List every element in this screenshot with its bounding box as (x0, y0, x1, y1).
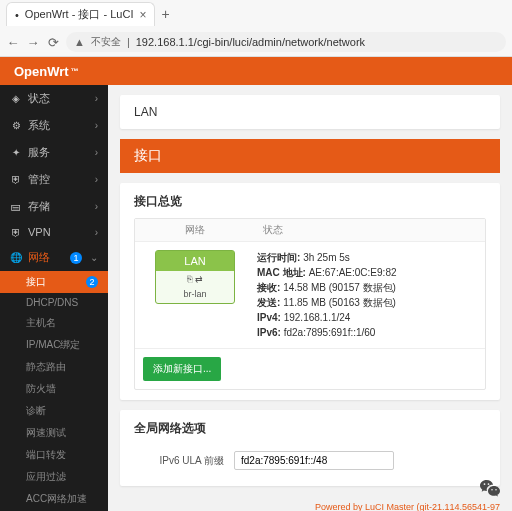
brand-name: OpenWrt (14, 64, 69, 79)
sidebar-sub-hostnames[interactable]: 主机名 (0, 312, 108, 334)
global-options-card: 全局网络选项 IPv6 ULA 前缀 (120, 410, 500, 486)
iface-name: LAN (156, 251, 233, 271)
sidebar-sub-dhcp[interactable]: DHCP/DNS (0, 293, 108, 312)
link-icon: ⇄ (195, 274, 203, 284)
sidebar-sub-acc[interactable]: ACC网络加速 (0, 488, 108, 510)
sidebar-sub-speed[interactable]: 网速测试 (0, 422, 108, 444)
interface-overview-card: 接口总览 网络 状态 LAN ⎘⇄ br-lan 运行时间: 3h (120, 183, 500, 400)
iface-bridge: br-lan (156, 287, 233, 303)
sidebar-label: 管控 (28, 172, 50, 187)
footer-credit: Powered by LuCI Master (git-21.114.56541… (120, 496, 500, 511)
disk-icon: 🖴 (10, 201, 22, 212)
sidebar-label: VPN (28, 226, 51, 238)
sidebar-item-status[interactable]: ◈状态› (0, 85, 108, 112)
sidebar: ◈状态› ⚙系统› ✦服务› ⛨管控› 🖴存储› ⛨VPN› 🌐网络⌄1 接口2… (0, 85, 108, 511)
chevron-right-icon: › (95, 201, 98, 212)
ipv4-value: 192.168.1.1/24 (284, 312, 351, 323)
mac-value: AE:67:AE:0C:E9:82 (309, 267, 397, 278)
sidebar-label: 状态 (28, 91, 50, 106)
sidebar-sub-appfilter[interactable]: 应用过滤 (0, 466, 108, 488)
insecure-icon: ▲ (74, 36, 85, 48)
chevron-right-icon: › (95, 93, 98, 104)
chevron-right-icon: › (95, 147, 98, 158)
reload-icon[interactable]: ⟳ (46, 35, 60, 50)
uptime-value: 3h 25m 5s (303, 252, 350, 263)
sidebar-item-control[interactable]: ⛨管控› (0, 166, 108, 193)
back-icon[interactable]: ← (6, 35, 20, 50)
tx-value: 11.85 MB (50163 数据包) (283, 297, 396, 308)
sidebar-item-services[interactable]: ✦服务› (0, 139, 108, 166)
sub-label: 接口 (26, 276, 46, 287)
sidebar-sub-portfwd[interactable]: 端口转发 (0, 444, 108, 466)
rx-label: 接收: (257, 282, 280, 293)
control-icon: ⛨ (10, 174, 22, 185)
global-title: 全局网络选项 (134, 420, 486, 437)
iface-chip-lan[interactable]: LAN ⎘⇄ br-lan (155, 250, 234, 304)
close-tab-icon[interactable]: × (139, 8, 146, 22)
forward-icon[interactable]: → (26, 35, 40, 50)
wechat-icon (478, 477, 502, 501)
bridge-icon: ⎘ (187, 274, 192, 284)
chevron-right-icon: › (95, 120, 98, 131)
sidebar-sub-diag[interactable]: 诊断 (0, 400, 108, 422)
add-interface-button[interactable]: 添加新接口... (143, 357, 221, 381)
globe-icon: 🌐 (10, 252, 22, 263)
shield-icon: ⛨ (10, 227, 22, 238)
iface-info: 运行时间: 3h 25m 5s MAC 地址: AE:67:AE:0C:E9:8… (247, 250, 477, 340)
annotation-badge-2: 2 (86, 276, 98, 288)
sidebar-item-storage[interactable]: 🖴存储› (0, 193, 108, 220)
sidebar-sub-ipmac[interactable]: IP/MAC绑定 (0, 334, 108, 356)
new-tab-button[interactable]: + (161, 6, 169, 22)
content-area: LAN 接口 接口总览 网络 状态 LAN ⎘⇄ br-lan (108, 85, 512, 511)
breadcrumb: LAN (120, 95, 500, 129)
insecure-label: 不安全 (91, 35, 121, 49)
gear-icon: ⚙ (10, 120, 22, 131)
sidebar-label: 存储 (28, 199, 50, 214)
sidebar-item-system[interactable]: ⚙系统› (0, 112, 108, 139)
status-icon: ◈ (10, 93, 22, 104)
ipv6-value: fd2a:7895:691f::1/60 (284, 327, 376, 338)
tab-title: OpenWrt - 接口 - LuCI (25, 7, 134, 22)
iface-chip-wrap: LAN ⎘⇄ br-lan (143, 250, 247, 304)
services-icon: ✦ (10, 147, 22, 158)
col-status: 状态 (255, 219, 485, 241)
tx-label: 发送: (257, 297, 280, 308)
tab-favicon: • (15, 9, 19, 21)
sidebar-item-vpn[interactable]: ⛨VPN› (0, 220, 108, 244)
address-bar[interactable]: ▲ 不安全 | 192.168.1.1/cgi-bin/luci/admin/n… (66, 32, 506, 52)
col-network: 网络 (135, 219, 255, 241)
ipv4-label: IPv4: (257, 312, 281, 323)
chevron-down-icon: ⌄ (90, 252, 98, 263)
mac-label: MAC 地址: (257, 267, 306, 278)
annotation-badge-1: 1 (70, 252, 82, 264)
wechat-widget[interactable] (476, 475, 504, 503)
sidebar-label: 网络 (28, 250, 50, 265)
page-title: 接口 (120, 139, 500, 173)
sidebar-item-network[interactable]: 🌐网络⌄1 (0, 244, 108, 271)
url-text: 192.168.1.1/cgi-bin/luci/admin/network/n… (136, 36, 365, 48)
sidebar-label: 服务 (28, 145, 50, 160)
ula-label: IPv6 ULA 前缀 (134, 454, 224, 468)
sidebar-sub-routes[interactable]: 静态路由 (0, 356, 108, 378)
overview-title: 接口总览 (134, 193, 486, 210)
chevron-right-icon: › (95, 227, 98, 238)
sidebar-sub-firewall[interactable]: 防火墙 (0, 378, 108, 400)
brand-tm: ™ (71, 67, 79, 76)
brand-bar: OpenWrt ™ (0, 57, 512, 85)
browser-tab[interactable]: • OpenWrt - 接口 - LuCI × (6, 2, 155, 26)
rx-value: 14.58 MB (90157 数据包) (283, 282, 396, 293)
ipv6-label: IPv6: (257, 327, 281, 338)
chevron-right-icon: › (95, 174, 98, 185)
sidebar-label: 系统 (28, 118, 50, 133)
ula-prefix-input[interactable] (234, 451, 394, 470)
sidebar-sub-interfaces[interactable]: 接口2 (0, 271, 108, 293)
uptime-label: 运行时间: (257, 252, 300, 263)
